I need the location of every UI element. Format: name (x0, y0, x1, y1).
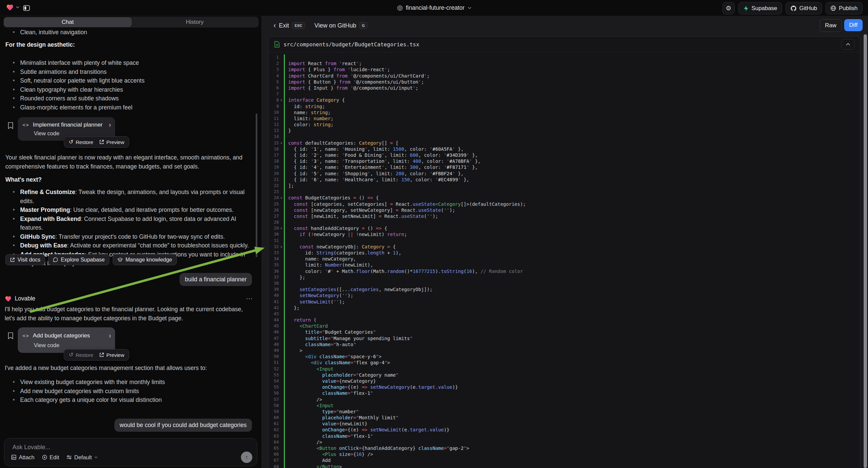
workspace-menu[interactable] (6, 4, 20, 11)
code-viewer-header: ‹ Exit ESC View on GitHub G Raw Diff (261, 16, 868, 35)
code-content: 12import React from 'react';3import { Pl… (269, 52, 860, 468)
line-number: 14 (269, 134, 279, 140)
file-header[interactable]: src/components/budget/BudgetCategories.t… (269, 37, 860, 52)
github-button[interactable]: GitHub (785, 2, 822, 14)
tab-chat[interactable]: Chat (4, 18, 131, 27)
code-line: 41 setNewLimit(''); (269, 299, 860, 305)
fold-icon (279, 286, 284, 292)
publish-button[interactable]: Publish (826, 2, 863, 14)
line-number: 3 (269, 66, 279, 72)
chevron-right-icon[interactable]: › (109, 332, 111, 340)
raw-toggle-button[interactable]: Raw (820, 19, 842, 32)
line-number: 36 (269, 268, 279, 274)
code-line: 28 (269, 219, 860, 225)
line-number: 11 (269, 116, 279, 121)
fold-icon (279, 219, 284, 225)
fold-icon[interactable]: ∨ (279, 140, 284, 146)
fold-icon (279, 464, 284, 468)
diff-toggle-button[interactable]: Diff (844, 19, 863, 31)
fold-icon (279, 415, 284, 421)
bookmark-icon[interactable] (7, 332, 14, 340)
supabase-button[interactable]: Supabase (738, 2, 782, 14)
fold-icon (279, 207, 284, 213)
chat-input[interactable]: Ask Lovable... (12, 444, 249, 451)
manage-knowledge-button[interactable]: Manage knowledge (113, 254, 177, 265)
chevron-right-icon[interactable]: › (109, 121, 111, 128)
code-line: 45 <ChartCard (269, 323, 860, 329)
fold-icon[interactable]: ∨ (279, 97, 284, 103)
supabase-icon (743, 5, 749, 11)
chevron-up-icon (846, 43, 850, 46)
line-number: 45 (269, 323, 279, 329)
line-number: 4 (269, 73, 279, 79)
settings-button[interactable]: ⚙ (722, 2, 735, 14)
list-item: Minimalist interface with plenty of whit… (11, 58, 258, 67)
code-line: 48 className="h-auto" (269, 342, 860, 348)
fold-icon (279, 268, 284, 274)
fold-icon (279, 231, 284, 237)
fold-icon[interactable]: ∨ (279, 225, 284, 231)
preview-button[interactable]: Preview (99, 352, 124, 358)
exit-button[interactable]: ‹ Exit ESC (274, 21, 305, 30)
message-menu-button[interactable]: ⋯ (246, 294, 253, 302)
list-item: Subtle animations and transitions (11, 67, 258, 77)
restore-button[interactable]: ↺ Restore (69, 139, 93, 145)
edit-button[interactable]: Edit (42, 454, 59, 461)
fold-icon[interactable]: ∨ (279, 195, 284, 201)
fold-icon (279, 177, 284, 183)
line-number: 23 (269, 189, 279, 195)
restore-button[interactable]: ↺ Restore (69, 352, 93, 358)
line-number: 24 (269, 195, 279, 201)
code-line: 67 Add (269, 457, 860, 463)
fold-icon (279, 238, 284, 244)
external-link-icon (99, 352, 104, 357)
fold-icon (279, 427, 284, 433)
globe-icon (830, 5, 836, 11)
chat-scrollbar[interactable] (256, 114, 257, 257)
code-line: 58 <Input (269, 403, 860, 409)
code-line: 25 const [categories, setCategories] = R… (269, 201, 860, 207)
line-number: 62 (269, 427, 279, 433)
fold-icon (279, 378, 284, 384)
visit-docs-button[interactable]: Visit docs (5, 254, 45, 265)
code-line: 31 (269, 238, 860, 244)
line-number: 40 (269, 292, 279, 298)
bookmark-icon[interactable] (7, 122, 14, 129)
gear-icon: ⚙ (726, 5, 732, 11)
code-line: 2import React from 'react'; (269, 60, 860, 66)
code-line: 62 onChange={(e) => setNewLimit(e.target… (269, 427, 860, 433)
graduation-cap-icon (118, 258, 123, 262)
code-line: 19 { id: '4', name: 'Entertainment', lim… (269, 164, 860, 170)
project-title-dropdown[interactable]: financial-future-creator (397, 0, 471, 16)
collapse-file-button[interactable] (841, 39, 855, 50)
chat-composer[interactable]: Ask Lovable... Attach Edit Default ↑ (4, 438, 257, 466)
added-bullet-list: View existing budget categories with the… (11, 378, 258, 405)
fold-icon (279, 183, 284, 189)
mode-select[interactable]: Default (66, 454, 97, 461)
tab-history[interactable]: History (131, 18, 258, 27)
send-button[interactable]: ↑ (241, 451, 252, 463)
fold-icon (279, 323, 284, 329)
fold-icon (279, 158, 284, 164)
preview-button[interactable]: Preview (99, 139, 124, 145)
sidebar-icon (23, 4, 30, 12)
fold-icon (279, 359, 284, 365)
code-line: 4import ChartCard from '@/components/ui/… (269, 73, 860, 79)
line-number: 56 (269, 390, 279, 396)
fold-icon (279, 134, 284, 140)
sidebar-toggle-button[interactable] (22, 3, 32, 13)
fold-icon (279, 104, 284, 110)
fold-icon (279, 146, 284, 152)
fold-icon[interactable]: ∨ (279, 244, 284, 250)
view-code-link[interactable]: View code (34, 342, 59, 349)
quick-action-row: Visit docs Explore Supabase Manage knowl… (5, 254, 177, 265)
view-on-github-button[interactable]: View on GitHub G (314, 22, 367, 29)
attach-button[interactable]: Attach (11, 454, 35, 461)
line-number: 30 (269, 231, 279, 237)
line-number: 20 (269, 171, 279, 177)
code-line: 6import { Input } from '@/components/ui/… (269, 85, 860, 91)
page-scrollbar[interactable] (864, 34, 867, 468)
explore-supabase-button[interactable]: Explore Supabase (48, 254, 110, 265)
code-line: 68 </Button> (269, 464, 860, 468)
view-code-link[interactable]: View code (34, 130, 59, 137)
